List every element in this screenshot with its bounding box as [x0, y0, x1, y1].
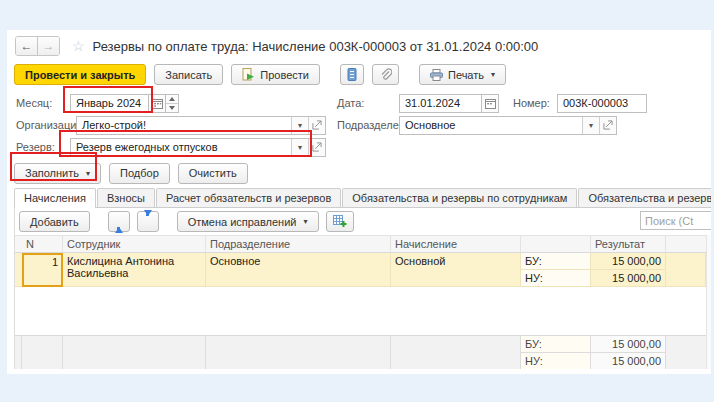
row-result-values[interactable]: 15 000,00 15 000,00 — [591, 253, 666, 287]
department-value: Основное — [400, 119, 582, 131]
tab-liabilities-by-employee[interactable]: Обязательства и резервы по сотрудникам — [342, 188, 577, 207]
move-row-down-button[interactable] — [137, 211, 159, 232]
document-window: ← → ☆ Резервы по оплате труда: Начислени… — [7, 30, 711, 374]
month-label: Месяц: — [16, 97, 70, 109]
department-field[interactable]: Основное ▾ — [399, 116, 617, 135]
back-arrow-icon: ← — [21, 39, 33, 53]
post-and-close-button[interactable]: Провести и закрыть — [14, 64, 146, 85]
date-field[interactable]: 31.01.2024 — [399, 94, 482, 113]
command-toolbar: Провести и закрыть Записать Провести Печ… — [7, 63, 711, 86]
totals-nu-label: НУ: — [521, 353, 590, 369]
totals-marker-cell — [15, 335, 22, 369]
print-button[interactable]: Печать ▾ — [419, 64, 506, 85]
row-employee-cell[interactable]: Кислицина Антонина Васильевна — [63, 253, 206, 287]
paperclip-icon — [379, 68, 392, 81]
row-bu-nu-labels: БУ: НУ: — [521, 253, 591, 287]
department-open-button[interactable] — [599, 117, 616, 134]
dropdown-caret-icon: ▾ — [491, 70, 495, 79]
fill-actions-row: Заполнить ▾ Подбор Очистить — [7, 162, 711, 184]
add-row-button[interactable]: Добавить — [19, 211, 90, 232]
table-empty-area[interactable] — [15, 287, 706, 335]
department-dropdown-button[interactable]: ▾ — [582, 117, 599, 134]
grid-toolbar: Добавить Отмена исправлений ▾ — [15, 208, 711, 235]
date-calendar-button[interactable] — [482, 94, 499, 113]
row-accrual-cell[interactable]: Основной — [391, 253, 521, 287]
date-value: 31.01.2024 — [400, 97, 465, 109]
totals-n-cell — [22, 335, 63, 369]
totals-nu-value: 15 000,00 — [591, 353, 665, 369]
table-add-icon — [333, 215, 347, 228]
table-row[interactable]: 1 Кислицина Антонина Васильевна Основное… — [15, 253, 706, 287]
post-button[interactable]: Провести — [231, 64, 320, 85]
nu-result-value[interactable]: 15 000,00 — [591, 270, 665, 286]
arrow-up-icon — [115, 212, 123, 231]
row-number-cell[interactable]: 1 — [22, 253, 63, 287]
header-extra — [666, 235, 706, 253]
totals-bu-value: 15 000,00 — [591, 336, 665, 353]
header-n[interactable]: N — [22, 235, 63, 253]
undo-corrections-button[interactable]: Отмена исправлений ▾ — [177, 211, 319, 232]
nu-label: НУ: — [521, 270, 590, 286]
totals-bu-nu-labels: БУ: НУ: — [521, 335, 591, 369]
printer-icon — [430, 69, 443, 81]
nav-history-group: ← → — [15, 36, 60, 56]
tab-accruals[interactable]: Начисления — [14, 188, 96, 208]
department-label: Подразделение: — [337, 119, 399, 131]
table-header-row: N Сотрудник Подразделение Начисление Рез… — [15, 235, 706, 253]
arrow-down-icon — [144, 212, 152, 231]
number-field[interactable]: 003К-000003 — [557, 94, 647, 113]
month-stepper[interactable] — [166, 94, 179, 113]
totals-extra-cell — [666, 335, 706, 369]
date-label: Дата: — [337, 97, 399, 109]
table-totals-row: БУ: НУ: 15 000,00 15 000,00 — [15, 335, 706, 369]
totals-accrual-cell — [391, 335, 521, 369]
chevron-down-icon: ▾ — [298, 121, 302, 130]
header-employee[interactable]: Сотрудник — [63, 235, 206, 253]
bu-result-value[interactable]: 15 000,00 — [591, 253, 665, 270]
post-document-icon — [242, 68, 255, 81]
open-link-icon — [603, 120, 613, 130]
forward-button[interactable]: → — [37, 37, 59, 55]
row-department-cell[interactable]: Основное — [206, 253, 391, 287]
pick-button[interactable]: Подбор — [109, 163, 170, 184]
accruals-panel: Добавить Отмена исправлений ▾ N Сотрудни — [14, 207, 711, 369]
annotation-rect-month — [63, 86, 153, 113]
header-department[interactable]: Подразделение — [206, 235, 391, 253]
row-extra-cell — [666, 253, 706, 287]
clear-button[interactable]: Очистить — [178, 163, 248, 184]
tab-liability-calc[interactable]: Расчет обязательств и резервов — [156, 188, 341, 207]
header-accrual[interactable]: Начисление — [391, 235, 521, 253]
favorite-star-icon[interactable]: ☆ — [72, 39, 85, 53]
search-input[interactable] — [640, 211, 711, 230]
bu-label: БУ: — [521, 253, 590, 270]
header-result[interactable]: Результат — [591, 235, 666, 253]
title-bar: ← → ☆ Резервы по оплате труда: Начислени… — [7, 35, 711, 57]
table-settings-button[interactable] — [326, 211, 354, 232]
totals-result-values: 15 000,00 15 000,00 — [591, 335, 666, 369]
stepper-up-icon — [166, 95, 178, 103]
stepper-down-icon — [166, 103, 178, 112]
document-title: Резервы по оплате труда: Начисление 003К… — [93, 39, 539, 54]
tab-contributions[interactable]: Взносы — [97, 188, 155, 207]
open-link-icon — [312, 120, 322, 130]
header-bu-nu — [521, 235, 591, 253]
annotation-rect-fill — [10, 152, 97, 181]
tab-liabilities-summary[interactable]: Обязательства и резервы (сводно) — [578, 188, 711, 207]
back-button[interactable]: ← — [16, 37, 37, 55]
calendar-icon — [482, 95, 498, 112]
number-label: Номер: — [513, 97, 557, 109]
forward-arrow-icon: → — [43, 39, 55, 53]
open-link-icon — [312, 142, 322, 152]
attachments-button[interactable] — [372, 64, 399, 85]
app-background: { "window": { "title": "Резервы по оплат… — [0, 0, 714, 402]
chevron-down-icon: ▾ — [589, 121, 593, 130]
tab-bar: Начисления Взносы Расчет обязательств и … — [7, 187, 711, 207]
dropdown-caret-icon: ▾ — [303, 217, 307, 226]
accruals-table: N Сотрудник Подразделение Начисление Рез… — [15, 235, 711, 369]
number-value: 003К-000003 — [558, 97, 633, 109]
vertical-scrollbar[interactable] — [706, 235, 711, 369]
save-button[interactable]: Записать — [154, 64, 223, 85]
move-row-up-button[interactable] — [108, 211, 130, 232]
show-postings-button[interactable] — [340, 64, 364, 85]
totals-department-cell — [206, 335, 391, 369]
